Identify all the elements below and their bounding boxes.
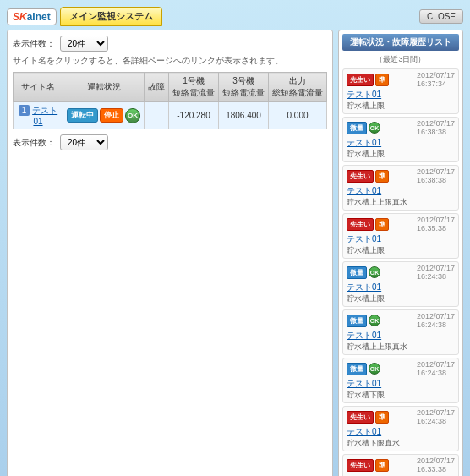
main-content: 表示件数： 20件 50件 100件 サイト名をクリックすると、各詳細ページへの… [7, 30, 463, 476]
alert-site-8[interactable]: テスト01 [347, 427, 381, 436]
alert-timestamp-3: 2012/07/1716:38:38 [417, 167, 455, 184]
close-button[interactable]: CLOSE [419, 9, 463, 24]
alert-item-1: 先生い 準 2012/07/1716:37:34 テスト01 貯水槽上限 [342, 68, 459, 114]
alert-badge-level-9: 準 [375, 459, 389, 472]
bottom-controls-row: 表示件数： 20件 50件 100件 [13, 134, 327, 150]
cell-fault [145, 102, 169, 129]
alert-timestamp-2: 2012/07/1716:38:38 [417, 119, 455, 136]
logo-area: SKaInet メイン監視システム [7, 7, 162, 26]
right-panel-title: 運転状況・故障履歴リスト [342, 34, 459, 51]
col-ch3: 3号機短絡電流量 [219, 73, 269, 102]
main-wrapper: SKaInet メイン監視システム CLOSE 表示件数： 20件 50件 10… [0, 0, 470, 476]
alert-badge-type-9: 先生い [347, 459, 374, 472]
alert-badge-type-6: 微量 [347, 315, 367, 327]
alert-badge-ok-7: OK [369, 363, 380, 375]
alert-badge-level-4: 準 [375, 218, 389, 231]
alert-badge-level-1: 準 [375, 74, 389, 86]
status-badges: 運転中 停止 OK [67, 108, 140, 123]
display-count-bottom-label: 表示件数： [13, 137, 55, 149]
alert-timestamp-9: 2012/07/1716:33:38 [417, 457, 455, 473]
alert-timestamp-1: 2012/07/1716:37:34 [417, 71, 455, 88]
alert-desc-5: 貯水槽上限 [347, 293, 455, 304]
alert-header-2: 微量 OK 2012/07/1716:38:38 [347, 119, 455, 136]
status-badge-stop: 停止 [100, 108, 123, 123]
alert-header-1: 先生い 準 2012/07/1716:37:34 [347, 71, 455, 88]
alert-desc-3: 貯水槽上上限真水 [347, 197, 455, 208]
alert-timestamp-5: 2012/07/1716:24:38 [417, 264, 455, 281]
col-site: サイト名 [14, 73, 63, 102]
alert-item-9: 先生い 準 2012/07/1716:33:38 テスト01 貯水槽上限 [342, 454, 459, 476]
display-count-label: 表示件数： [13, 38, 55, 50]
alert-site-6[interactable]: テスト01 [347, 331, 381, 340]
info-text: サイト名をクリックすると、各詳細ページへのリンクが表示されます。 [13, 55, 327, 67]
alert-header-9: 先生い 準 2012/07/1716:33:38 [347, 457, 455, 473]
row-number: 1 [19, 105, 30, 116]
top-controls-row: 表示件数： 20件 50件 100件 [13, 36, 327, 52]
alert-item-2: 微量 OK 2012/07/1716:38:38 テスト01 貯水槽上限 [342, 117, 459, 162]
main-table: サイト名 運転状況 故障 1号機短絡電流量 3号機短絡電流量 出力総短絡電流量 … [13, 72, 327, 129]
alert-desc-6: 貯水槽上上限真水 [347, 342, 455, 353]
alert-badge-ok-2: OK [369, 122, 380, 134]
alert-badge-type-4: 先生い [347, 218, 374, 231]
alert-badge-type-3: 先生い [347, 170, 374, 183]
alert-item-5: 微量 OK 2012/07/1716:24:38 テスト01 貯水槽上限 [342, 261, 459, 307]
alert-header-6: 微量 OK 2012/07/1716:24:38 [347, 312, 455, 329]
alert-site-5[interactable]: テスト01 [347, 282, 381, 292]
alert-desc-4: 貯水槽上限 [347, 245, 455, 256]
alert-header-7: 微量 OK 2012/07/1716:24:38 [347, 360, 455, 377]
col-fault: 故障 [145, 73, 169, 102]
alert-site-7[interactable]: テスト01 [347, 379, 381, 388]
cell-status: 運転中 停止 OK [63, 102, 145, 129]
cell-total: 0.000 [269, 102, 327, 129]
col-total: 出力総短絡電流量 [269, 73, 327, 102]
alert-desc-2: 貯水槽上限 [347, 149, 455, 160]
alert-badge-ok-6: OK [369, 315, 380, 326]
alert-header-5: 微量 OK 2012/07/1716:24:38 [347, 264, 455, 281]
alert-header-8: 先生い 準 2012/07/1716:24:38 [347, 408, 455, 425]
alert-item-8: 先生い 準 2012/07/1716:24:38 テスト01 貯水槽下限真水 [342, 406, 459, 451]
app-logo: SKaInet [7, 8, 57, 25]
alert-item-3: 先生い 準 2012/07/1716:38:38 テスト01 貯水槽上上限真水 [342, 165, 459, 211]
alert-site-3[interactable]: テスト01 [347, 186, 381, 195]
alert-badge-level-3: 準 [375, 170, 389, 183]
alert-desc-1: 貯水槽上限 [347, 101, 455, 112]
alert-desc-8: 貯水槽下限真水 [347, 438, 455, 449]
alert-site-2[interactable]: テスト01 [347, 138, 381, 147]
alert-site-4[interactable]: テスト01 [347, 234, 381, 243]
alert-item-6: 微量 OK 2012/07/1716:24:38 テスト01 貯水槽上上限真水 [342, 309, 459, 355]
alert-badge-level-8: 準 [375, 411, 389, 424]
alert-badge-type-5: 微量 [347, 266, 367, 279]
top-bar: SKaInet メイン監視システム CLOSE [7, 7, 463, 26]
cell-ch3: 1806.400 [219, 102, 269, 129]
col-ch1: 1号機短絡電流量 [169, 73, 219, 102]
alert-badge-ok-5: OK [369, 266, 380, 278]
alert-badge-type-8: 先生い [347, 411, 374, 424]
alert-desc-7: 貯水槽下限 [347, 390, 455, 401]
alert-timestamp-7: 2012/07/1716:24:38 [417, 360, 455, 377]
alert-item-7: 微量 OK 2012/07/1716:24:38 テスト01 貯水槽下限 [342, 358, 459, 403]
alert-timestamp-8: 2012/07/1716:24:38 [417, 408, 455, 425]
alert-site-1[interactable]: テスト01 [347, 90, 381, 99]
left-panel: 表示件数： 20件 50件 100件 サイト名をクリックすると、各詳細ページへの… [7, 30, 333, 476]
status-badge-ok: OK [125, 108, 140, 123]
alert-timestamp-6: 2012/07/1716:24:38 [417, 312, 455, 329]
right-panel-subtitle: （最近3日間） [342, 54, 459, 65]
site-link[interactable]: テスト01 [32, 106, 57, 126]
alert-badge-type-7: 微量 [347, 363, 367, 375]
table-row: 1 テスト01 運転中 停止 OK -120.280 1806. [14, 102, 327, 129]
alert-timestamp-4: 2012/07/1716:35:38 [417, 216, 455, 233]
status-badge-running: 運転中 [67, 108, 98, 123]
col-status: 運転状況 [63, 73, 145, 102]
alert-badge-type-1: 先生い [347, 74, 374, 86]
alert-item-4: 先生い 準 2012/07/1716:35:38 テスト01 貯水槽上限 [342, 213, 459, 259]
cell-ch1: -120.280 [169, 102, 219, 129]
cell-site: 1 テスト01 [14, 102, 63, 129]
alert-badge-type-2: 微量 [347, 122, 367, 134]
display-count-select[interactable]: 20件 50件 100件 [60, 36, 108, 52]
alert-header-4: 先生い 準 2012/07/1716:35:38 [347, 216, 455, 233]
page-title: メイン監視システム [60, 7, 162, 26]
display-count-bottom-select[interactable]: 20件 50件 100件 [60, 134, 108, 150]
alert-header-3: 先生い 準 2012/07/1716:38:38 [347, 167, 455, 184]
right-panel: 運転状況・故障履歴リスト （最近3日間） 先生い 準 2012/07/1716:… [338, 30, 463, 476]
